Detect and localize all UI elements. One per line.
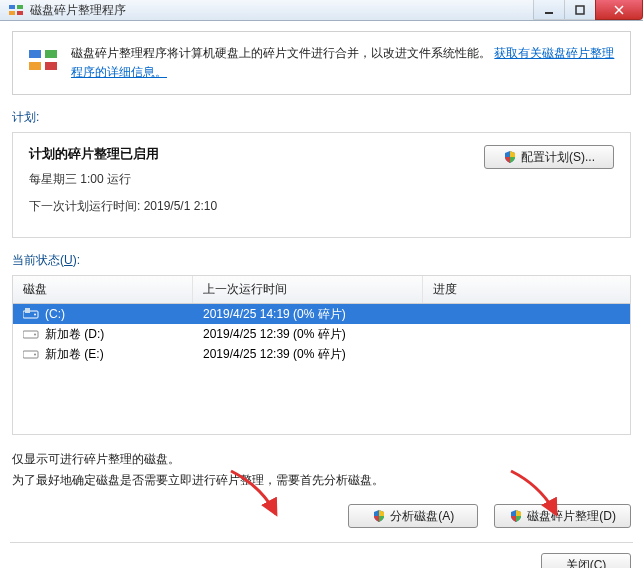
table-row[interactable]: 新加卷 (E:)2019/4/25 12:39 (0% 碎片) [13,344,630,364]
titlebar: 磁盘碎片整理程序 [0,0,643,21]
analyze-disk-label: 分析磁盘(A) [390,508,454,525]
footer-notes: 仅显示可进行碎片整理的磁盘。 为了最好地确定磁盘是否需要立即进行碎片整理，需要首… [12,449,631,490]
shield-icon [503,150,517,164]
plan-section-label: 计划: [12,109,631,126]
action-row: 分析磁盘(A) 磁盘碎片整理(D) [12,504,631,528]
drive-icon [23,308,39,320]
svg-rect-8 [29,50,41,58]
table-header: 磁盘 上一次运行时间 进度 [13,276,630,304]
svg-rect-10 [29,62,41,70]
svg-point-16 [34,334,36,336]
svg-point-13 [34,314,36,316]
shield-icon [372,509,386,523]
col-progress[interactable]: 进度 [423,276,630,303]
svg-rect-0 [9,5,15,9]
disk-name: 新加卷 (E:) [45,346,104,363]
svg-rect-3 [17,11,23,15]
content-area: 磁盘碎片整理程序将计算机硬盘上的碎片文件进行合并，以改进文件系统性能。 获取有关… [0,21,643,568]
defragment-disk-label: 磁盘碎片整理(D) [527,508,616,525]
window-title: 磁盘碎片整理程序 [30,2,534,19]
plan-next-run: 下一次计划运行时间: 2019/5/1 2:10 [29,198,464,215]
disk-last-run: 2019/4/25 12:39 (0% 碎片) [193,346,423,363]
drive-icon [23,328,39,340]
svg-rect-5 [576,6,584,14]
disk-last-run: 2019/4/25 14:19 (0% 碎片) [193,306,423,323]
analyze-disk-button[interactable]: 分析磁盘(A) [348,504,478,528]
divider [10,542,633,543]
minimize-button[interactable] [533,0,565,20]
defrag-icon [27,44,59,76]
footer-line-2: 为了最好地确定磁盘是否需要立即进行碎片整理，需要首先分析磁盘。 [12,470,631,490]
plan-schedule: 每星期三 1:00 运行 [29,171,464,188]
plan-title: 计划的碎片整理已启用 [29,145,464,163]
footer-line-1: 仅显示可进行碎片整理的磁盘。 [12,449,631,469]
info-banner: 磁盘碎片整理程序将计算机硬盘上的碎片文件进行合并，以改进文件系统性能。 获取有关… [12,31,631,95]
table-body: (C:)2019/4/25 14:19 (0% 碎片)新加卷 (D:)2019/… [13,304,630,364]
col-last-run[interactable]: 上一次运行时间 [193,276,423,303]
window-controls [534,0,643,20]
disk-name: 新加卷 (D:) [45,326,104,343]
app-icon [8,2,24,18]
svg-rect-9 [45,50,57,58]
status-section-label: 当前状态(U): [12,252,631,269]
close-window-button[interactable] [595,0,643,20]
svg-point-18 [34,354,36,356]
info-text: 磁盘碎片整理程序将计算机硬盘上的碎片文件进行合并，以改进文件系统性能。 获取有关… [71,44,616,82]
plan-info: 计划的碎片整理已启用 每星期三 1:00 运行 下一次计划运行时间: 2019/… [29,145,464,225]
disk-table: 磁盘 上一次运行时间 进度 (C:)2019/4/25 14:19 (0% 碎片… [12,275,631,435]
info-description: 磁盘碎片整理程序将计算机硬盘上的碎片文件进行合并，以改进文件系统性能。 [71,46,491,60]
close-row: 关闭(C) [12,553,631,568]
plan-panel: 计划的碎片整理已启用 每星期三 1:00 运行 下一次计划运行时间: 2019/… [12,132,631,238]
svg-rect-2 [9,11,15,15]
svg-rect-11 [45,62,57,70]
disk-defragmenter-window: 磁盘碎片整理程序 磁盘碎片整理程序将计算机硬盘上的碎片文件进行合并，以改进文件系… [0,0,643,568]
svg-rect-1 [17,5,23,9]
col-disk[interactable]: 磁盘 [13,276,193,303]
close-button-label: 关闭(C) [566,557,607,568]
maximize-button[interactable] [564,0,596,20]
disk-name: (C:) [45,307,65,321]
configure-schedule-button[interactable]: 配置计划(S)... [484,145,614,169]
svg-rect-14 [25,308,30,313]
disk-last-run: 2019/4/25 12:39 (0% 碎片) [193,326,423,343]
configure-schedule-label: 配置计划(S)... [521,149,595,166]
close-button[interactable]: 关闭(C) [541,553,631,568]
shield-icon [509,509,523,523]
table-row[interactable]: (C:)2019/4/25 14:19 (0% 碎片) [13,304,630,324]
defragment-disk-button[interactable]: 磁盘碎片整理(D) [494,504,631,528]
drive-icon [23,348,39,360]
table-row[interactable]: 新加卷 (D:)2019/4/25 12:39 (0% 碎片) [13,324,630,344]
